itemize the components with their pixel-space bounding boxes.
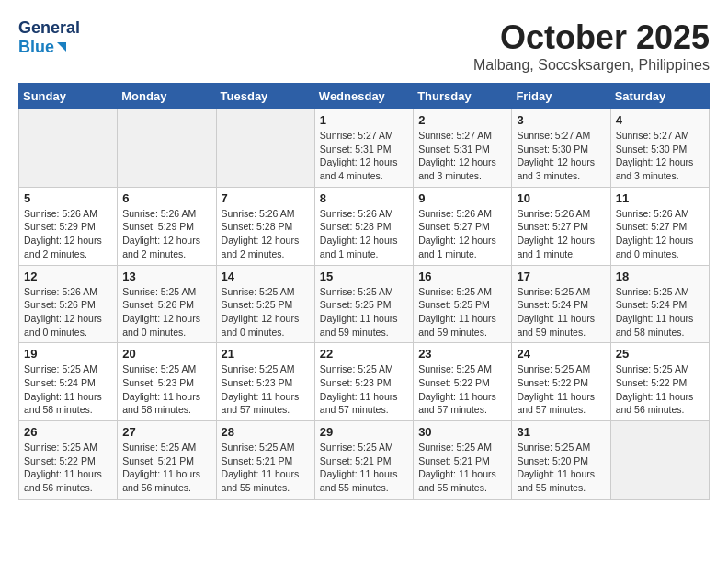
page-header: General Blue October 2025 Malbang, Soccs… xyxy=(18,18,710,74)
day-info: Sunrise: 5:25 AM Sunset: 5:20 PM Dayligh… xyxy=(517,441,605,495)
calendar-cell: 24Sunrise: 5:25 AM Sunset: 5:22 PM Dayli… xyxy=(512,343,610,421)
day-number: 6 xyxy=(122,191,210,205)
day-number: 8 xyxy=(320,191,408,205)
calendar-cell: 27Sunrise: 5:25 AM Sunset: 5:21 PM Dayli… xyxy=(118,421,216,500)
day-number: 3 xyxy=(517,113,605,127)
calendar-cell: 14Sunrise: 5:25 AM Sunset: 5:25 PM Dayli… xyxy=(216,265,314,343)
day-info: Sunrise: 5:25 AM Sunset: 5:21 PM Dayligh… xyxy=(320,441,408,495)
calendar-week-1: 1Sunrise: 5:27 AM Sunset: 5:31 PM Daylig… xyxy=(19,109,710,188)
weekday-header-row: SundayMondayTuesdayWednesdayThursdayFrid… xyxy=(19,84,710,109)
day-number: 9 xyxy=(418,191,506,205)
day-number: 21 xyxy=(222,347,310,361)
day-info: Sunrise: 5:26 AM Sunset: 5:27 PM Dayligh… xyxy=(517,207,605,261)
day-info: Sunrise: 5:25 AM Sunset: 5:25 PM Dayligh… xyxy=(320,285,408,339)
day-info: Sunrise: 5:25 AM Sunset: 5:22 PM Dayligh… xyxy=(616,362,704,417)
calendar-cell: 20Sunrise: 5:25 AM Sunset: 5:23 PM Dayli… xyxy=(118,343,216,421)
day-info: Sunrise: 5:26 AM Sunset: 5:28 PM Dayligh… xyxy=(320,207,408,261)
calendar-week-2: 5Sunrise: 5:26 AM Sunset: 5:29 PM Daylig… xyxy=(19,187,710,265)
calendar-cell: 19Sunrise: 5:25 AM Sunset: 5:24 PM Dayli… xyxy=(19,343,118,421)
day-info: Sunrise: 5:27 AM Sunset: 5:31 PM Dayligh… xyxy=(320,129,408,183)
location-subtitle: Malbang, Soccsksargen, Philippines xyxy=(473,57,710,74)
day-number: 28 xyxy=(222,425,310,439)
calendar-cell: 25Sunrise: 5:25 AM Sunset: 5:22 PM Dayli… xyxy=(610,343,709,421)
calendar-cell: 11Sunrise: 5:26 AM Sunset: 5:27 PM Dayli… xyxy=(610,187,709,265)
day-number: 16 xyxy=(418,270,506,283)
calendar-cell: 9Sunrise: 5:26 AM Sunset: 5:27 PM Daylig… xyxy=(414,187,512,265)
day-info: Sunrise: 5:25 AM Sunset: 5:23 PM Dayligh… xyxy=(222,362,310,417)
day-info: Sunrise: 5:25 AM Sunset: 5:24 PM Dayligh… xyxy=(517,285,605,339)
day-info: Sunrise: 5:26 AM Sunset: 5:29 PM Dayligh… xyxy=(122,207,210,261)
calendar-cell xyxy=(19,109,118,188)
day-info: Sunrise: 5:25 AM Sunset: 5:22 PM Dayligh… xyxy=(24,441,112,495)
calendar-cell: 2Sunrise: 5:27 AM Sunset: 5:31 PM Daylig… xyxy=(414,109,512,188)
day-info: Sunrise: 5:27 AM Sunset: 5:31 PM Dayligh… xyxy=(418,129,506,183)
calendar-cell xyxy=(610,421,709,500)
day-info: Sunrise: 5:26 AM Sunset: 5:26 PM Dayligh… xyxy=(24,285,112,339)
calendar-cell: 16Sunrise: 5:25 AM Sunset: 5:25 PM Dayli… xyxy=(414,265,512,343)
calendar-week-4: 19Sunrise: 5:25 AM Sunset: 5:24 PM Dayli… xyxy=(19,343,710,421)
day-number: 22 xyxy=(320,347,408,361)
day-number: 18 xyxy=(616,270,704,283)
calendar-cell: 7Sunrise: 5:26 AM Sunset: 5:28 PM Daylig… xyxy=(216,187,314,265)
calendar-cell: 26Sunrise: 5:25 AM Sunset: 5:22 PM Dayli… xyxy=(19,421,118,500)
calendar-cell: 12Sunrise: 5:26 AM Sunset: 5:26 PM Dayli… xyxy=(19,265,118,343)
day-info: Sunrise: 5:25 AM Sunset: 5:21 PM Dayligh… xyxy=(418,441,506,495)
day-number: 5 xyxy=(24,191,112,205)
day-number: 25 xyxy=(616,347,704,361)
day-info: Sunrise: 5:25 AM Sunset: 5:25 PM Dayligh… xyxy=(418,285,506,339)
calendar-cell: 6Sunrise: 5:26 AM Sunset: 5:29 PM Daylig… xyxy=(118,187,216,265)
day-number: 19 xyxy=(24,347,112,361)
day-number: 15 xyxy=(320,270,408,283)
day-info: Sunrise: 5:27 AM Sunset: 5:30 PM Dayligh… xyxy=(517,129,605,183)
day-info: Sunrise: 5:25 AM Sunset: 5:22 PM Dayligh… xyxy=(418,362,506,417)
calendar-cell: 3Sunrise: 5:27 AM Sunset: 5:30 PM Daylig… xyxy=(512,109,610,188)
day-number: 14 xyxy=(222,270,310,283)
day-info: Sunrise: 5:25 AM Sunset: 5:23 PM Dayligh… xyxy=(122,362,210,417)
calendar-cell: 5Sunrise: 5:26 AM Sunset: 5:29 PM Daylig… xyxy=(19,187,118,265)
day-info: Sunrise: 5:26 AM Sunset: 5:27 PM Dayligh… xyxy=(616,207,704,261)
calendar-week-5: 26Sunrise: 5:25 AM Sunset: 5:22 PM Dayli… xyxy=(19,421,710,500)
calendar-cell: 21Sunrise: 5:25 AM Sunset: 5:23 PM Dayli… xyxy=(216,343,314,421)
day-number: 13 xyxy=(122,270,210,283)
day-number: 20 xyxy=(122,347,210,361)
calendar-table: SundayMondayTuesdayWednesdayThursdayFrid… xyxy=(18,83,710,500)
weekday-header-saturday: Saturday xyxy=(610,84,709,109)
day-info: Sunrise: 5:26 AM Sunset: 5:28 PM Dayligh… xyxy=(222,207,310,261)
day-info: Sunrise: 5:25 AM Sunset: 5:24 PM Dayligh… xyxy=(24,362,112,417)
calendar-cell: 10Sunrise: 5:26 AM Sunset: 5:27 PM Dayli… xyxy=(512,187,610,265)
weekday-header-friday: Friday xyxy=(512,84,610,109)
calendar-cell xyxy=(118,109,216,188)
day-number: 23 xyxy=(418,347,506,361)
day-number: 27 xyxy=(122,425,210,439)
calendar-cell: 29Sunrise: 5:25 AM Sunset: 5:21 PM Dayli… xyxy=(314,421,413,500)
calendar-cell: 30Sunrise: 5:25 AM Sunset: 5:21 PM Dayli… xyxy=(414,421,512,500)
day-number: 7 xyxy=(222,191,310,205)
day-number: 4 xyxy=(616,113,704,127)
day-number: 1 xyxy=(320,113,408,127)
day-info: Sunrise: 5:26 AM Sunset: 5:27 PM Dayligh… xyxy=(418,207,506,261)
day-number: 24 xyxy=(517,347,605,361)
calendar-cell: 8Sunrise: 5:26 AM Sunset: 5:28 PM Daylig… xyxy=(314,187,413,265)
weekday-header-monday: Monday xyxy=(118,84,216,109)
day-info: Sunrise: 5:26 AM Sunset: 5:29 PM Dayligh… xyxy=(24,207,112,261)
calendar-cell: 18Sunrise: 5:25 AM Sunset: 5:24 PM Dayli… xyxy=(610,265,709,343)
month-title: October 2025 xyxy=(473,18,710,57)
calendar-week-3: 12Sunrise: 5:26 AM Sunset: 5:26 PM Dayli… xyxy=(19,265,710,343)
day-number: 29 xyxy=(320,425,408,439)
title-block: October 2025 Malbang, Soccsksargen, Phil… xyxy=(473,18,710,74)
day-number: 26 xyxy=(24,425,112,439)
day-info: Sunrise: 5:25 AM Sunset: 5:22 PM Dayligh… xyxy=(517,362,605,417)
calendar-cell: 15Sunrise: 5:25 AM Sunset: 5:25 PM Dayli… xyxy=(314,265,413,343)
calendar-cell: 28Sunrise: 5:25 AM Sunset: 5:21 PM Dayli… xyxy=(216,421,314,500)
logo: General Blue xyxy=(18,18,74,57)
day-info: Sunrise: 5:25 AM Sunset: 5:23 PM Dayligh… xyxy=(320,362,408,417)
day-info: Sunrise: 5:25 AM Sunset: 5:26 PM Dayligh… xyxy=(122,285,210,339)
day-number: 31 xyxy=(517,425,605,439)
calendar-cell xyxy=(216,109,314,188)
day-number: 17 xyxy=(517,270,605,283)
calendar-cell: 22Sunrise: 5:25 AM Sunset: 5:23 PM Dayli… xyxy=(314,343,413,421)
weekday-header-thursday: Thursday xyxy=(414,84,512,109)
weekday-header-tuesday: Tuesday xyxy=(216,84,314,109)
day-number: 10 xyxy=(517,191,605,205)
weekday-header-wednesday: Wednesday xyxy=(314,84,413,109)
